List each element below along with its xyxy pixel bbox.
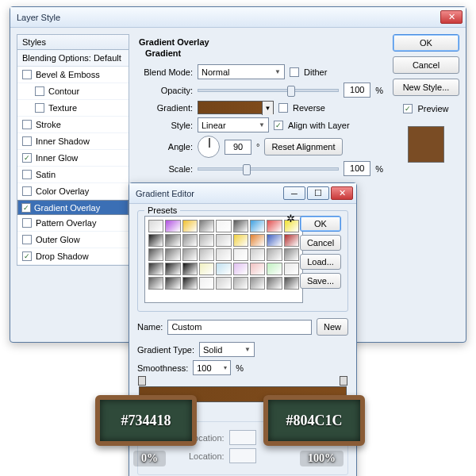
checkbox[interactable]	[22, 70, 32, 79]
preset-swatch[interactable]	[284, 234, 299, 247]
opacity-location-input[interactable]	[229, 430, 256, 445]
style-item[interactable]: Color Overlay	[17, 183, 129, 200]
name-input[interactable]: Custom	[167, 320, 312, 335]
preset-swatch[interactable]	[216, 277, 231, 290]
checkbox[interactable]	[22, 235, 32, 244]
dither-checkbox[interactable]	[290, 67, 299, 77]
preset-swatch[interactable]	[199, 277, 214, 290]
preset-swatch[interactable]	[284, 263, 299, 275]
opacity-stop-left[interactable]	[138, 376, 146, 386]
preset-swatch[interactable]	[148, 220, 163, 232]
style-item[interactable]: ✓Drop Shadow	[17, 248, 129, 265]
preset-swatch[interactable]	[216, 234, 231, 247]
preset-swatch[interactable]	[182, 248, 198, 261]
cancel-button[interactable]: Cancel	[393, 56, 459, 74]
preset-swatch[interactable]	[267, 234, 282, 247]
reverse-checkbox[interactable]	[278, 103, 288, 113]
checkbox[interactable]: ✓	[21, 203, 31, 213]
gear-icon[interactable]: ✲	[286, 213, 295, 225]
reset-alignment-button[interactable]: Reset Alignment	[264, 138, 342, 155]
ok-button[interactable]: OK	[393, 34, 459, 52]
presets-grid[interactable]	[144, 216, 303, 303]
close-icon[interactable]: ✕	[440, 10, 463, 24]
style-item[interactable]: Contour	[17, 83, 129, 100]
preset-swatch[interactable]	[267, 248, 282, 261]
preset-swatch[interactable]	[233, 248, 248, 261]
preview-checkbox[interactable]: ✓	[403, 104, 413, 113]
preset-swatch[interactable]	[216, 248, 231, 261]
preset-swatch[interactable]	[250, 248, 265, 261]
preset-swatch[interactable]	[233, 220, 248, 232]
preset-swatch[interactable]	[267, 220, 282, 232]
style-item[interactable]: ✓Inner Glow	[17, 150, 129, 167]
angle-input[interactable]: 90	[225, 140, 251, 155]
preset-swatch[interactable]	[165, 263, 180, 275]
preset-swatch[interactable]	[199, 220, 214, 232]
preset-swatch[interactable]	[250, 263, 265, 275]
preset-swatch[interactable]	[182, 263, 198, 275]
preset-swatch[interactable]	[250, 234, 265, 247]
preset-swatch[interactable]	[233, 263, 248, 275]
angle-dial[interactable]	[198, 136, 220, 158]
checkbox[interactable]	[22, 186, 32, 196]
preset-swatch[interactable]	[284, 248, 299, 261]
smoothness-input[interactable]: 100▾	[193, 360, 231, 375]
preset-swatch[interactable]	[250, 277, 265, 290]
checkbox[interactable]: ✓	[22, 251, 32, 261]
align-checkbox[interactable]: ✓	[274, 121, 283, 130]
style-item[interactable]: Bevel & Emboss	[17, 67, 129, 83]
preset-swatch[interactable]	[233, 277, 248, 290]
ge-cancel-button[interactable]: Cancel	[300, 235, 341, 251]
style-item[interactable]: ✓Gradient Overlay	[17, 200, 129, 215]
preset-swatch[interactable]	[165, 220, 180, 232]
ge-load-button[interactable]: Load...	[300, 254, 341, 270]
preset-swatch[interactable]	[182, 220, 198, 232]
ge-save-button[interactable]: Save...	[300, 273, 341, 289]
preset-swatch[interactable]	[182, 277, 198, 290]
preset-swatch[interactable]	[165, 248, 180, 261]
preset-swatch[interactable]	[165, 277, 180, 290]
preset-swatch[interactable]	[148, 234, 163, 247]
style-select[interactable]: Linear▼	[198, 117, 269, 132]
checkbox[interactable]	[22, 218, 32, 228]
new-style-button[interactable]: New Style...	[393, 79, 459, 96]
titlebar[interactable]: Layer Style ✕	[10, 7, 466, 28]
gradient-swatch[interactable]: ▼	[198, 101, 274, 114]
preset-swatch[interactable]	[250, 220, 265, 232]
preset-swatch[interactable]	[199, 248, 214, 261]
titlebar[interactable]: Gradient Editor ─ ☐ ✕	[129, 183, 356, 204]
style-item[interactable]: Inner Shadow	[17, 133, 129, 150]
preset-swatch[interactable]	[182, 234, 198, 247]
checkbox[interactable]	[22, 170, 32, 179]
opacity-slider[interactable]	[198, 89, 339, 92]
maximize-icon[interactable]: ☐	[307, 186, 329, 200]
color-location-input[interactable]	[229, 448, 256, 463]
preset-swatch[interactable]	[216, 263, 231, 275]
preset-swatch[interactable]	[267, 277, 282, 290]
style-item[interactable]: Texture	[17, 100, 129, 117]
ge-ok-button[interactable]: OK	[300, 216, 341, 232]
style-item[interactable]: Outer Glow	[17, 232, 129, 248]
preset-swatch[interactable]	[148, 248, 163, 261]
opacity-stop-right[interactable]	[340, 376, 347, 386]
preset-swatch[interactable]	[284, 277, 299, 290]
checkbox[interactable]	[22, 136, 32, 146]
preset-swatch[interactable]	[216, 220, 231, 232]
preset-swatch[interactable]	[233, 234, 248, 247]
blendmode-select[interactable]: Normal▼	[198, 64, 285, 79]
close-icon[interactable]: ✕	[331, 186, 353, 200]
preset-swatch[interactable]	[267, 263, 282, 275]
scale-input[interactable]: 100	[344, 161, 370, 176]
checkbox[interactable]	[35, 86, 44, 96]
preset-swatch[interactable]	[148, 263, 163, 275]
new-button[interactable]: New	[317, 318, 348, 336]
style-item[interactable]: Pattern Overlay	[17, 215, 129, 232]
style-item[interactable]: Stroke	[17, 117, 129, 133]
preset-swatch[interactable]	[199, 263, 214, 275]
checkbox[interactable]	[22, 120, 32, 129]
preset-swatch[interactable]	[165, 234, 180, 247]
chevron-down-icon[interactable]: ▼	[262, 102, 273, 115]
checkbox[interactable]: ✓	[22, 153, 32, 163]
opacity-input[interactable]: 100	[344, 83, 370, 98]
blending-options[interactable]: Blending Options: Default	[17, 50, 129, 67]
